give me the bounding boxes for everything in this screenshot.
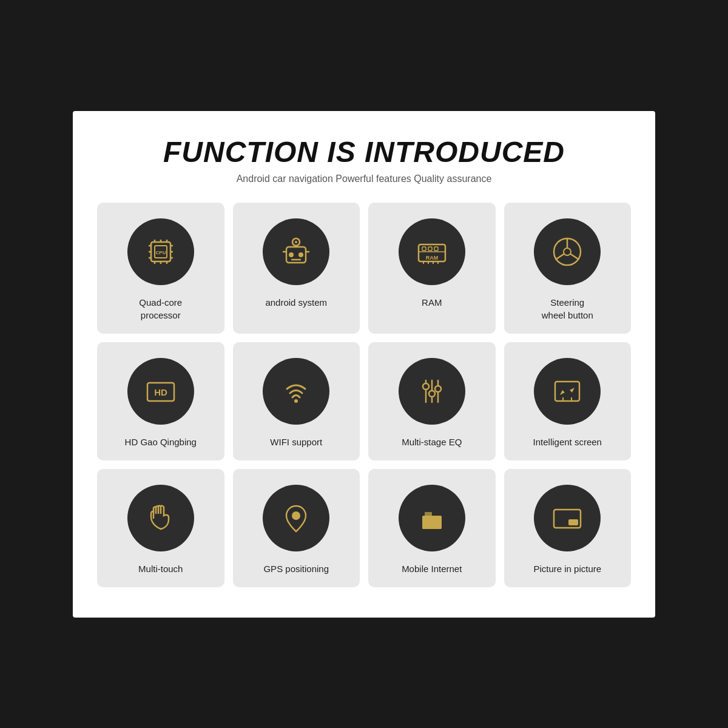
eq-label: Multi-stage EQ [402,436,462,448]
svg-point-35 [564,248,571,255]
svg-line-37 [556,254,564,260]
svg-text:RAM: RAM [426,255,439,261]
screen-label: Intelligent screen [533,436,602,448]
quad-core-label: Quad-core processor [139,296,182,322]
feature-card-ram: RAM RAM [368,203,496,334]
svg-rect-56 [422,527,426,529]
subtitle: Android car navigation Powerful features… [97,174,631,184]
screen-icon [534,358,601,425]
feature-card-hd: HD HD Gao Qingbing [97,342,224,460]
feature-card-touch: Multi-touch [97,469,224,587]
feature-card-pip: Picture in picture [504,469,632,587]
pip-label: Picture in picture [533,562,601,575]
feature-card-steering-wheel: Steering wheel button [504,203,632,334]
svg-point-23 [295,241,297,243]
gps-icon [263,485,329,551]
svg-point-53 [292,511,300,520]
svg-rect-48 [555,382,579,401]
svg-point-47 [435,386,441,392]
feature-card-screen: Intelligent screen [504,342,632,460]
feature-grid: CPU Quad-core processor [97,203,631,587]
quad-core-icon: CPU [127,218,194,285]
hd-label: HD Gao Qingbing [125,436,197,448]
wifi-label: WIFI support [270,436,322,448]
steering-wheel-label: Steering wheel button [542,296,593,322]
svg-point-19 [298,252,303,257]
svg-point-46 [429,391,435,397]
internet-icon [399,485,465,551]
touch-label: Multi-touch [138,562,183,575]
wifi-icon [263,358,329,425]
feature-card-quad-core: CPU Quad-core processor [97,203,224,334]
android-system-icon [263,218,329,285]
svg-line-38 [570,254,579,260]
feature-card-android-system: android system [233,203,360,334]
feature-card-eq: Multi-stage EQ [368,342,496,460]
hd-icon: HD [127,358,194,425]
svg-rect-26 [422,247,426,251]
steering-wheel-icon [534,218,601,285]
feature-card-internet: Mobile Internet [368,469,496,587]
svg-point-41 [294,399,298,403]
ram-icon: RAM [399,218,465,285]
svg-rect-28 [434,247,438,251]
main-title: FUNCTION IS INTRODUCED [97,135,631,169]
svg-point-45 [423,383,429,389]
svg-rect-55 [425,512,432,518]
internet-label: Mobile Internet [402,562,462,575]
page-container: FUNCTION IS INTRODUCED Android car navig… [73,111,655,618]
gps-label: GPS positioning [263,562,329,575]
touch-icon [127,485,194,551]
svg-text:CPU: CPU [155,250,166,255]
svg-text:HD: HD [154,387,167,397]
android-system-label: android system [265,296,327,309]
eq-icon [399,358,465,425]
pip-icon [534,485,601,551]
header: FUNCTION IS INTRODUCED Android car navig… [97,135,631,184]
feature-card-gps: GPS positioning [233,469,360,587]
svg-rect-58 [568,519,578,525]
svg-point-18 [289,252,294,257]
svg-rect-27 [428,247,432,251]
feature-card-wifi: WIFI support [233,342,360,460]
ram-label: RAM [422,296,442,309]
